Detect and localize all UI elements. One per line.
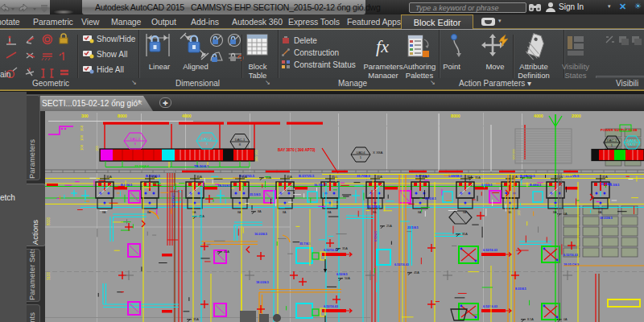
svg-text:16.7/4.5: 16.7/4.5	[314, 184, 324, 187]
svg-text:35.7/4.5: 35.7/4.5	[299, 242, 311, 246]
svg-text:DAC-2: DAC-2	[130, 137, 141, 141]
svg-text:23.5/4.5: 23.5/4.5	[407, 226, 419, 229]
svg-text:35A: 35A	[602, 175, 608, 179]
svg-text:35A: 35A	[422, 175, 427, 179]
svg-text:45A: 45A	[224, 250, 229, 254]
svg-text:16.03 A4.5: 16.03 A4.5	[172, 193, 175, 208]
svg-text:300: 300	[81, 114, 89, 118]
svg-text:35A: 35A	[557, 175, 563, 179]
svg-text:3100: 3100	[47, 271, 51, 280]
svg-text:16.03/4.5: 16.03/4.5	[254, 233, 267, 236]
svg-text:8A: 8A	[598, 211, 602, 214]
svg-text:35A: 35A	[196, 175, 202, 179]
svg-text:8A: 8A	[237, 211, 242, 214]
svg-text:6.52/4.5: 6.52/4.5	[336, 273, 348, 276]
svg-text:8A: 8A	[102, 211, 106, 214]
svg-text:35A: 35A	[342, 247, 348, 250]
svg-text:8.03/4.5: 8.03/4.5	[515, 287, 526, 291]
svg-text:B.GY/V0.5: B.GY/V0.5	[299, 174, 315, 178]
svg-text:45A: 45A	[414, 271, 419, 275]
svg-text:UAD6: UAD6	[627, 138, 637, 142]
svg-text:100: 100	[80, 134, 84, 141]
svg-text:18.03/4.5: 18.03/4.5	[600, 217, 613, 220]
svg-text:8A: 8A	[328, 211, 332, 214]
svg-text:18.03/4.5: 18.03/4.5	[256, 281, 269, 284]
svg-text:35A: 35A	[106, 175, 112, 179]
svg-text:35A: 35A	[151, 175, 157, 179]
svg-text:8.5A: 8.5A	[527, 318, 534, 321]
svg-text:100: 100	[95, 146, 99, 151]
svg-text:35A: 35A	[475, 176, 481, 180]
svg-text:TB.50/4.5: TB.50/4.5	[217, 184, 231, 188]
svg-text:35A: 35A	[512, 175, 518, 179]
svg-text:35A: 35A	[193, 318, 199, 321]
svg-text:150: 150	[254, 150, 258, 155]
svg-text:BAY 3870 ( 390 AP73): BAY 3870 ( 390 AP73)	[278, 148, 316, 152]
svg-text:8A: 8A	[258, 210, 262, 213]
svg-text:8A: 8A	[283, 211, 287, 214]
svg-text:16.7/58.0: 16.7/58.0	[367, 205, 380, 208]
svg-text:8000: 8000	[118, 114, 127, 118]
svg-text:35A: 35A	[462, 233, 468, 236]
svg-text:35A: 35A	[377, 175, 382, 179]
svg-text:B.02/4.5: B.02/4.5	[121, 184, 132, 187]
svg-text:35A: 35A	[287, 175, 292, 179]
svg-text:23.5V(4.6: 23.5V(4.6	[134, 164, 150, 168]
svg-text:8000: 8000	[451, 114, 460, 118]
svg-text:6.52/16.03: 6.52/16.03	[324, 305, 338, 308]
svg-text:POWER SUPPLY 24.0B: POWER SUPPLY 24.0B	[601, 128, 638, 132]
svg-text:6.52/16.03: 6.52/16.03	[564, 254, 578, 257]
svg-text:6.52/16.03: 6.52/16.03	[324, 249, 338, 252]
svg-text:6.52/4.5: 6.52/4.5	[374, 231, 378, 242]
svg-text:DAC-1: DAC-1	[235, 138, 246, 142]
svg-text:6.52/16.03: 6.52/16.03	[483, 249, 497, 252]
svg-text:8A: 8A	[553, 211, 557, 214]
svg-text:X X8A: X X8A	[373, 151, 383, 155]
svg-text:2000: 2000	[572, 114, 581, 118]
svg-text:25A: 25A	[386, 225, 392, 228]
svg-text:0A: 0A	[564, 318, 568, 321]
svg-text:DAC-1: DAC-1	[607, 138, 617, 142]
svg-text:35A: 35A	[332, 175, 337, 179]
svg-text:35A: 35A	[242, 175, 247, 179]
svg-text:100: 100	[80, 144, 84, 151]
svg-text:8000: 8000	[47, 217, 51, 225]
svg-text:4000: 4000	[534, 114, 543, 118]
svg-text:50A: 50A	[345, 277, 350, 280]
svg-text:4000: 4000	[182, 114, 192, 118]
svg-text:0A: 0A	[564, 213, 568, 216]
svg-text:150: 150	[80, 125, 84, 131]
svg-text:100: 100	[517, 210, 521, 216]
svg-text:25.5/4.5: 25.5/4.5	[250, 193, 261, 196]
svg-text:6.52/16.03: 6.52/16.03	[483, 305, 497, 308]
svg-text:23.5/4.5: 23.5/4.5	[425, 197, 436, 200]
svg-text:8A: 8A	[418, 211, 422, 214]
svg-text:DAC6: DAC6	[628, 143, 636, 147]
svg-text:180: 180	[254, 156, 258, 162]
svg-text:B.68/4.5: B.68/4.5	[530, 184, 541, 187]
svg-text:TB.50/4.5: TB.50/4.5	[194, 164, 209, 168]
svg-text:UAD4: UAD4	[356, 151, 365, 155]
svg-text:6.52/16.03: 6.52/16.03	[394, 263, 409, 266]
svg-text:DAC-2: DAC-2	[202, 137, 213, 141]
